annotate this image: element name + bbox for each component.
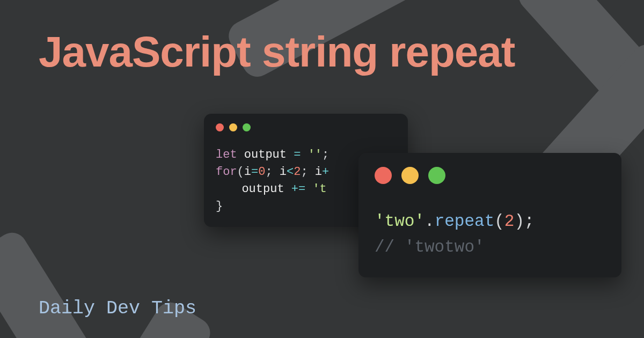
minimize-icon xyxy=(229,123,237,131)
code-token: i xyxy=(280,165,287,179)
bg-bracket-shape xyxy=(0,227,119,338)
code-token: 0 xyxy=(258,165,265,179)
code-token xyxy=(284,182,291,196)
code-token: += xyxy=(291,182,305,196)
code-token: ; xyxy=(301,165,308,179)
code-token: ; xyxy=(322,148,329,161)
code-token xyxy=(305,182,312,196)
code-token xyxy=(237,148,244,161)
code-token: . xyxy=(425,212,435,231)
code-token: 2 xyxy=(504,212,515,231)
page-title: JavaScript string repeat xyxy=(39,30,515,75)
code-token xyxy=(301,148,308,161)
code-token: < xyxy=(287,165,294,179)
code-token: ( xyxy=(237,165,244,179)
code-token: } xyxy=(216,200,223,213)
close-icon xyxy=(375,167,392,184)
code-token: = xyxy=(294,148,301,161)
code-token: 2 xyxy=(294,165,301,179)
maximize-icon xyxy=(428,167,445,184)
code-token: i xyxy=(244,165,251,179)
code-snippet-after: 'two'.repeat(2); // 'twotwo' xyxy=(375,209,605,260)
code-token: = xyxy=(251,165,258,179)
code-token: ; xyxy=(524,212,535,231)
close-icon xyxy=(216,123,224,131)
code-token: ; xyxy=(265,165,272,179)
code-token xyxy=(287,148,294,161)
window-controls xyxy=(375,167,605,184)
code-token: output xyxy=(244,148,287,161)
code-token: ( xyxy=(494,212,504,231)
code-token: repeat xyxy=(435,212,495,231)
code-token: output xyxy=(241,182,284,196)
code-card-after: 'two'.repeat(2); // 'twotwo' xyxy=(358,153,621,277)
minimize-icon xyxy=(401,167,419,184)
code-token xyxy=(308,165,315,179)
maximize-icon xyxy=(243,123,251,131)
code-token: i xyxy=(315,165,322,179)
code-token: + xyxy=(322,165,329,179)
code-token: '' xyxy=(308,148,322,161)
code-token: 'two' xyxy=(375,212,425,231)
window-controls xyxy=(216,123,396,131)
code-token: 't xyxy=(312,182,326,196)
code-token: // 'twotwo' xyxy=(375,238,485,256)
code-token: let xyxy=(216,148,237,161)
site-label: Daily Dev Tips xyxy=(39,298,196,319)
code-token: for xyxy=(216,165,237,179)
code-token xyxy=(273,165,280,179)
code-token: ) xyxy=(514,212,524,231)
